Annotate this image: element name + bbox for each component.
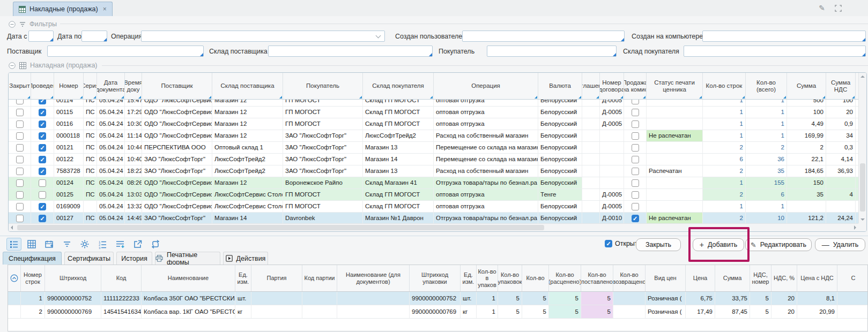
spec-column-header-qty_priced[interactable]: Кол-во (расценено) [549, 265, 581, 291]
tab-печатные-формы[interactable]: Печатные формы [155, 252, 220, 265]
tab-действия[interactable]: Действия [223, 252, 268, 265]
open-external-icon[interactable] [130, 238, 145, 251]
closed-checkbox[interactable] [16, 179, 24, 187]
spec-column-header-price_vat[interactable]: Цена с НДС [797, 265, 837, 291]
spec-column-header-pack_qty[interactable]: Кол-во упаковок [498, 265, 522, 291]
spec-column-header-qty[interactable]: Кол-во [522, 265, 549, 291]
posted-checkbox[interactable] [39, 191, 46, 199]
column-header-supplier[interactable]: Поставщик [142, 73, 212, 99]
spec-column-header-batch[interactable]: Партия [251, 265, 302, 291]
table-row[interactable]: 00125ПС05.04.2413:03ОДО "ЛюксСофтСервисЛ… [9, 189, 858, 201]
table-row[interactable]: 1990000000075211111222233Колбаса 350Г ОА… [8, 292, 868, 305]
column-header-sum[interactable]: Сумма [787, 73, 826, 99]
commission-checkbox[interactable] [632, 168, 639, 175]
open-f6-checkbox[interactable]: ✓ [605, 240, 612, 247]
commission-checkbox[interactable] [632, 109, 639, 116]
closed-checkbox[interactable] [16, 120, 24, 128]
commission-checkbox[interactable] [632, 144, 639, 152]
closed-checkbox[interactable] [16, 168, 24, 175]
spec-column-header-batch_code[interactable]: Код партии [302, 265, 337, 291]
filter-input-дата-с[interactable] [28, 31, 54, 42]
table-row[interactable]: ✓00114ПС05.04.2415:47ОДО "ЛюксСофтСервис… [9, 100, 858, 107]
spec-column-header-unit[interactable]: Ед. изм. [235, 265, 251, 291]
filter-input-покупатель[interactable] [487, 46, 617, 57]
spec-column-header-line_no[interactable]: Номер строк [21, 265, 45, 291]
posted-checkbox[interactable] [39, 179, 46, 187]
commission-checkbox[interactable] [632, 203, 639, 210]
vertical-scrollbar[interactable] [858, 73, 866, 223]
closed-checkbox[interactable] [16, 132, 24, 140]
calendar-plus-icon[interactable] [42, 238, 57, 251]
column-header-date[interactable]: Дата документа [97, 73, 125, 99]
filter-input-создан-пользователем[interactable] [462, 31, 625, 42]
commission-checkbox[interactable] [632, 120, 639, 128]
scroll-down-icon[interactable] [860, 218, 865, 221]
commission-checkbox[interactable] [632, 191, 639, 199]
column-header-buyer_wh[interactable]: Склад покупателя [363, 73, 434, 99]
table-row[interactable]: 2990000000076914541541634Колбаса вар. 1К… [8, 305, 868, 319]
vertical-scrollbar-thumb[interactable] [860, 163, 865, 212]
posted-checkbox[interactable]: ✓ [39, 144, 46, 152]
commission-checkbox[interactable]: ✓ [632, 215, 639, 222]
spec-column-header-qty_in_pack[interactable]: Кол-во в упаков [477, 265, 498, 291]
column-header-time[interactable]: Время доку [125, 73, 142, 99]
closed-checkbox[interactable] [16, 100, 24, 104]
tab-invoices-sale[interactable]: Накладные (продажа) × [13, 2, 113, 16]
column-header-qty_total[interactable]: Кол-во (всего) [746, 73, 787, 99]
delete-button[interactable]: —Удалить [815, 238, 865, 251]
column-header-buyer[interactable]: Покупатель [283, 73, 363, 99]
filter-input-склад-покупателя[interactable] [684, 46, 866, 57]
table-row[interactable]: ✓0000118ПС05.04.2411:14ОДО "ЛюксСофтСерв… [9, 130, 858, 142]
filter-input-дата-по[interactable] [81, 31, 107, 42]
posted-checkbox[interactable]: ✓ [39, 100, 46, 104]
spec-column-header-extra[interactable]: С [837, 265, 868, 291]
closed-checkbox[interactable] [16, 156, 24, 163]
collapse-icon[interactable] [9, 21, 16, 28]
gear-icon[interactable] [77, 238, 92, 251]
table-icon[interactable] [24, 238, 39, 251]
commission-checkbox[interactable] [632, 156, 639, 163]
spec-column-header-qty_supplied[interactable]: Кол-во (поставлено) [581, 265, 613, 291]
spec-column-header-pack_unit[interactable]: Ед. изм. [461, 265, 477, 291]
spec-column-header-barcode[interactable]: Штрихкод [45, 265, 101, 291]
spec-column-header-pack_barcode[interactable]: Штрихкод упаковки [410, 265, 461, 291]
posted-checkbox[interactable]: ✓ [39, 120, 46, 128]
scroll-up-icon[interactable] [860, 76, 865, 78]
posted-checkbox[interactable]: ✓ [39, 156, 46, 163]
list-add-icon[interactable] [113, 238, 128, 251]
pencil-icon[interactable]: ✎ [817, 3, 827, 13]
table-row[interactable]: ✓016900905.04.2413:32ОДО "ЛюксСофтСервис… [9, 201, 858, 213]
numbered-list-icon[interactable]: 123 [95, 238, 110, 251]
column-header-number[interactable]: Номер [54, 73, 84, 99]
posted-checkbox[interactable]: ✓ [39, 168, 46, 175]
column-header-operation[interactable]: Операция [434, 73, 538, 99]
refresh-icon[interactable] [148, 238, 163, 251]
column-header-supplier_wh[interactable]: Склад поставщика [212, 73, 283, 99]
posted-checkbox[interactable]: ✓ [39, 215, 46, 222]
table-row[interactable]: ✓00121ПС05.04.2410:44ПЕРСПЕКТИВА ООООпто… [9, 142, 858, 154]
filter-input-поставщик[interactable] [47, 46, 204, 57]
column-header-agreement[interactable]: Соглашение [582, 73, 600, 99]
filter-input-склад-поставщика[interactable] [268, 46, 433, 57]
scroll-left-icon[interactable] [11, 225, 13, 230]
posted-checkbox[interactable]: ✓ [39, 203, 46, 210]
spec-column-header-doc_name[interactable]: Наименование (для документов) [337, 265, 410, 291]
table-row[interactable]: ✓00115ПС05.04.2417:29ОДО "ЛюксСофтСервис… [9, 107, 858, 118]
column-header-print_status[interactable]: Статус печати ценника [647, 73, 703, 99]
spec-column-header-qty_returned[interactable]: Кол-во (возвращено) [613, 265, 646, 291]
commission-checkbox[interactable] [632, 100, 639, 104]
closed-checkbox[interactable] [16, 109, 24, 116]
column-header-currency[interactable]: Валюта [538, 73, 582, 99]
column-header-vat_sum[interactable]: Сумма НДС [826, 73, 856, 99]
spec-column-header-code[interactable]: Код [101, 265, 142, 291]
closed-checkbox[interactable] [16, 191, 24, 199]
table-row[interactable]: ✓00122ПС05.04.2410:40ЗАО "ЛюксСофтТорг"Л… [9, 154, 858, 165]
posted-checkbox[interactable]: ✓ [39, 132, 46, 140]
spec-column-header-price_type[interactable]: Вид цен [646, 265, 686, 291]
closed-checkbox[interactable] [16, 203, 24, 210]
tab-история[interactable]: История [116, 252, 152, 265]
column-header-contract[interactable]: Номер договора [600, 73, 624, 99]
spec-column-header-sum[interactable]: Сумма [715, 265, 750, 291]
closed-checkbox[interactable] [16, 144, 24, 152]
commission-checkbox[interactable] [632, 179, 639, 187]
